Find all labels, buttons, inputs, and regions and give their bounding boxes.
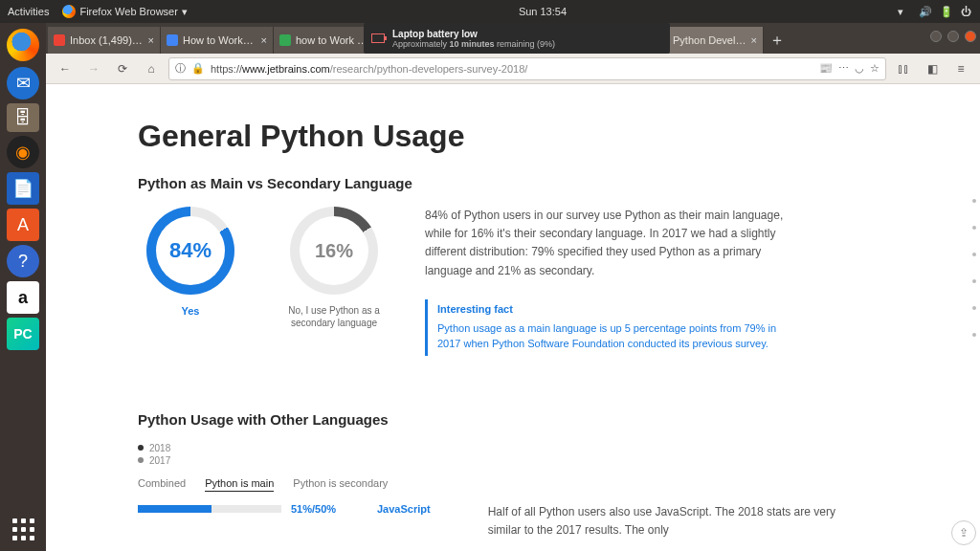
section-nav-dots[interactable] xyxy=(972,199,980,337)
firefox-window: Inbox (1,499) - i16…× How to Work With…×… xyxy=(46,23,980,551)
new-tab-button[interactable]: ＋ xyxy=(764,27,791,54)
pocket-icon[interactable]: ◡ xyxy=(855,62,864,75)
page-viewport[interactable]: General Python Usage Python as Main vs S… xyxy=(46,84,980,551)
maximize-button[interactable] xyxy=(947,31,959,42)
bookmark-star-icon[interactable]: ☆ xyxy=(870,62,880,75)
dock-rhythmbox[interactable]: ◉ xyxy=(7,136,39,168)
google-icon xyxy=(279,34,291,46)
dock-files[interactable]: 🗄 xyxy=(7,103,39,132)
interesting-fact-box: Interesting fact Python usage as a main … xyxy=(425,299,808,356)
battery-icon[interactable]: 🔋 xyxy=(940,6,951,17)
dock-pycharm[interactable]: PC xyxy=(7,318,39,350)
firefox-icon xyxy=(7,29,39,61)
tab-inbox[interactable]: Inbox (1,499) - i16…× xyxy=(48,27,161,54)
close-icon[interactable]: × xyxy=(261,34,267,46)
page-actions-icon[interactable]: ⋯ xyxy=(838,62,849,75)
donut-yes-chart: 84% xyxy=(146,207,234,295)
donut-no-label: No, I use Python as a secondary language xyxy=(281,304,387,329)
tab-docs[interactable]: How to Work With…× xyxy=(161,27,274,54)
close-icon[interactable]: × xyxy=(751,34,757,46)
section-heading-main-vs-secondary: Python as Main vs Secondary Language xyxy=(138,175,884,191)
donut-no: 16% No, I use Python as a secondary lang… xyxy=(281,207,387,356)
dock-thunderbird[interactable]: ✉ xyxy=(7,67,39,99)
network-icon[interactable]: ▾ xyxy=(898,6,909,17)
donut-chart-group: 84% Yes 16% No, I use Python as a second… xyxy=(138,207,387,356)
gdocs-icon xyxy=(167,34,178,46)
bar-javascript xyxy=(138,505,281,513)
site-info-icon[interactable]: ⓘ xyxy=(175,61,186,76)
active-app-label: Firefox Web Browser xyxy=(79,6,178,17)
url-bar[interactable]: ⓘ 🔒 https://www.jetbrains.com/research/p… xyxy=(168,57,886,80)
volume-icon[interactable]: 🔊 xyxy=(919,6,930,17)
dock-help[interactable]: ? xyxy=(7,245,39,277)
activities-button[interactable]: Activities xyxy=(8,6,49,17)
clock[interactable]: Sun 13:54 xyxy=(188,6,898,17)
url-text: https://www.jetbrains.com/research/pytho… xyxy=(211,63,527,75)
battery-low-icon xyxy=(371,33,385,43)
power-icon[interactable]: ⏻ xyxy=(961,6,972,17)
bar-language-label: JavaScript xyxy=(377,503,431,515)
active-app-indicator[interactable]: Firefox Web Browser ▾ xyxy=(62,5,188,18)
hamburger-menu-icon[interactable]: ≡ xyxy=(949,57,972,80)
tab-python-secondary[interactable]: Python is secondary xyxy=(293,477,388,492)
dock-software[interactable]: A xyxy=(7,209,39,241)
reload-button[interactable]: ⟳ xyxy=(111,57,134,80)
gnome-menubar: Activities Firefox Web Browser ▾ Sun 13:… xyxy=(0,0,980,23)
bar-row-javascript: 51%/50% JavaScript xyxy=(138,503,431,515)
legend-dot-2018 xyxy=(138,445,144,451)
donut-no-chart: 16% xyxy=(290,207,378,295)
close-icon[interactable]: × xyxy=(148,34,154,46)
page-title: General Python Usage xyxy=(138,119,884,154)
show-applications-button[interactable] xyxy=(7,513,39,545)
lock-icon: 🔒 xyxy=(191,62,205,75)
legend-dot-2017 xyxy=(138,457,144,463)
donut-yes-label: Yes xyxy=(138,304,243,318)
donut-no-value: 16% xyxy=(300,216,368,285)
chart-tabs: Combined Python is main Python is second… xyxy=(138,477,884,492)
notification-title: Laptop battery low xyxy=(392,29,555,39)
fact-title: Interesting fact xyxy=(437,303,798,315)
fact-body: Python usage as a main language is up 5 … xyxy=(437,320,798,352)
donut-yes-value: 84% xyxy=(156,216,225,285)
reader-mode-icon[interactable]: 📰 xyxy=(819,62,833,75)
sidebar-icon[interactable]: ◧ xyxy=(921,57,944,80)
dock-amazon[interactable]: a xyxy=(7,281,39,314)
window-controls xyxy=(930,23,976,50)
bar-pct: 51%/50% xyxy=(291,503,368,515)
survey-paragraph: 84% of Python users in our survey use Py… xyxy=(425,207,808,280)
tab-combined[interactable]: Combined xyxy=(138,477,186,492)
close-button[interactable] xyxy=(965,31,976,42)
year-legend: 2018 2017 xyxy=(138,443,884,466)
notification-body: Approximately 10 minutes remaining (9%) xyxy=(392,39,555,49)
home-button[interactable]: ⌂ xyxy=(140,57,163,80)
ubuntu-dock: ✉ 🗄 ◉ 📄 A ? a PC xyxy=(0,23,46,551)
section-heading-other-languages: Python Usage with Other Languages xyxy=(138,411,884,428)
back-button[interactable]: ← xyxy=(54,57,77,80)
share-button[interactable]: ⇪ xyxy=(951,520,976,545)
dock-writer[interactable]: 📄 xyxy=(7,172,39,205)
battery-low-notification[interactable]: Laptop battery low Approximately 10 minu… xyxy=(364,23,670,54)
donut-yes: 84% Yes xyxy=(138,207,243,356)
dock-firefox[interactable] xyxy=(5,27,41,63)
library-icon[interactable]: ⫿⫿ xyxy=(892,57,915,80)
tab-python-main[interactable]: Python is main xyxy=(205,477,274,492)
gmail-icon xyxy=(54,34,65,46)
other-languages-paragraph: Half of all Python users also use JavaSc… xyxy=(488,503,852,540)
firefox-icon xyxy=(62,5,76,18)
nav-toolbar: ← → ⟳ ⌂ ⓘ 🔒 https://www.jetbrains.com/re… xyxy=(46,54,980,84)
forward-button[interactable]: → xyxy=(82,57,105,80)
minimize-button[interactable] xyxy=(930,31,942,42)
page-content: General Python Usage Python as Main vs S… xyxy=(46,84,980,551)
